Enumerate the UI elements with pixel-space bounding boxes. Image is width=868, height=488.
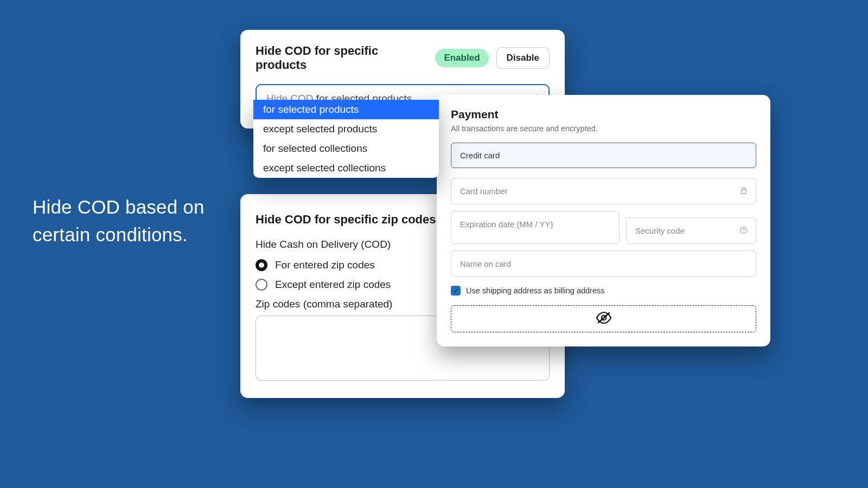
radio-except-label: Except entered zip codes xyxy=(275,279,391,291)
payment-card: Payment All transactions are secure and … xyxy=(437,95,770,346)
hero-line-2: certain conditions. xyxy=(33,221,205,249)
svg-rect-0 xyxy=(741,190,746,194)
hidden-payment-placeholder xyxy=(451,305,756,332)
dropdown-option-selected-products[interactable]: for selected products xyxy=(253,100,439,119)
status-badge: Enabled xyxy=(435,49,488,67)
card-number-placeholder: Card number xyxy=(460,187,508,196)
payment-subtitle: All transactions are secure and encrypte… xyxy=(451,124,756,133)
payment-method-credit-card[interactable]: Credit card xyxy=(451,143,756,168)
radio-for-label: For entered zip codes xyxy=(275,259,375,271)
security-code-input[interactable]: Security code xyxy=(626,217,756,244)
dropdown-option-except-products[interactable]: except selected products xyxy=(253,119,439,139)
radio-icon-checked xyxy=(256,259,267,271)
radio-icon-unchecked xyxy=(256,279,267,291)
eye-off-icon xyxy=(596,311,612,326)
payment-title: Payment xyxy=(451,108,756,121)
checkbox-checked-icon xyxy=(451,286,461,296)
security-code-placeholder: Security code xyxy=(635,226,685,235)
dropdown-option-except-collections[interactable]: except selected collections xyxy=(253,158,439,178)
card-number-input[interactable]: Card number xyxy=(451,178,756,204)
lock-icon xyxy=(739,186,748,196)
expiration-placeholder: Expiration date (MM / YY) xyxy=(460,220,553,229)
products-card-title: Hide COD for specific products xyxy=(256,44,427,72)
billing-checkbox-label: Use shipping address as billing address xyxy=(466,286,605,295)
dropdown-option-selected-collections[interactable]: for selected collections xyxy=(253,139,439,158)
hero-text: Hide COD based on certain conditions. xyxy=(33,194,205,249)
name-on-card-input[interactable]: Name on card xyxy=(451,251,756,277)
help-icon xyxy=(739,226,748,236)
name-on-card-placeholder: Name on card xyxy=(460,259,511,268)
payment-method-label: Credit card xyxy=(460,151,500,160)
hero-line-1: Hide COD based on xyxy=(33,194,205,221)
hide-cod-dropdown: for selected products except selected pr… xyxy=(253,100,439,178)
billing-address-checkbox[interactable]: Use shipping address as billing address xyxy=(451,286,756,296)
expiration-input[interactable]: Expiration date (MM / YY) xyxy=(451,211,620,244)
disable-button[interactable]: Disable xyxy=(496,47,550,69)
svg-point-2 xyxy=(743,231,744,232)
